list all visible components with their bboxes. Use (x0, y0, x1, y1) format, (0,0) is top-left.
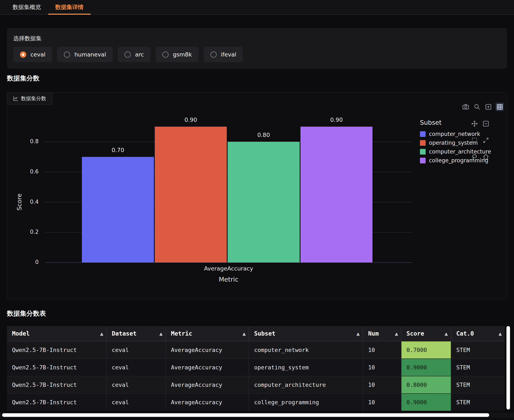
sort-asc-icon[interactable]: ▲ (357, 331, 360, 336)
column-header-label: Subset (254, 330, 275, 337)
column-header-Dataset[interactable]: Dataset▲ (106, 326, 166, 341)
cell-Metric: AverageAccuracy (166, 341, 249, 359)
cell-Cat.0: STEM (451, 394, 505, 411)
cell-Num: 10 (363, 376, 401, 394)
radio-label: humaneval (74, 51, 106, 58)
column-header-Subset[interactable]: Subset▲ (249, 326, 363, 341)
pan-icon[interactable] (470, 120, 479, 128)
bar-computer_architecture[interactable] (228, 142, 300, 262)
radio-gsm8k[interactable]: gsm8k (156, 47, 198, 62)
chart-panel: 数据集分数 Score AverageAccuracy Metric Subse… (7, 92, 507, 299)
chart-toolbar-top (462, 103, 504, 111)
cell-Subset: computer_network (249, 341, 363, 359)
bar-value-label: 0.90 (154, 117, 227, 123)
sort-asc-icon[interactable]: ▲ (159, 331, 163, 336)
cell-Subset: college_programming (249, 394, 363, 411)
tab-数据集详情[interactable]: 数据集详情 (48, 0, 91, 14)
sort-asc-icon[interactable]: ▲ (499, 331, 502, 336)
table-row: Qwen2.5-7B-InstructcevalAverageAccuracyc… (7, 376, 505, 394)
legend-swatch (420, 158, 426, 163)
cell-Subset: operating_system (249, 359, 363, 376)
x-tick-label: AverageAccuracy (45, 265, 412, 272)
cell-Subset: computer_architecture (249, 376, 363, 394)
bar-value-label: 0.90 (300, 117, 373, 123)
bar-value-label: 0.80 (227, 132, 300, 138)
column-header-label: Cat.0 (456, 330, 474, 337)
vertical-scrollbar[interactable] (507, 326, 510, 410)
horizontal-scrollbar[interactable] (2, 413, 489, 417)
table-row: Qwen2.5-7B-InstructcevalAverageAccuracyc… (7, 394, 505, 411)
table-grid-icon[interactable] (496, 103, 504, 111)
cell-Score: 0.7000 (401, 341, 451, 359)
y-tick-label: 0.6 (15, 168, 39, 175)
cell-Num: 10 (363, 341, 401, 359)
bar-value-label: 0.70 (82, 147, 154, 153)
radio-ifeval[interactable]: ifeval (204, 47, 243, 62)
dataset-filter-panel: 选择数据集 cevalhumanevalarcgsm8kifeval (7, 28, 507, 69)
zoom-icon[interactable] (473, 103, 481, 111)
score-value: 0.8000 (402, 376, 451, 393)
sort-asc-icon[interactable]: ▲ (395, 331, 398, 336)
chart-toolbar-side-3 (470, 153, 490, 161)
column-header-label: Metric (171, 330, 192, 337)
cell-Dataset: ceval (106, 359, 166, 376)
radio-arc[interactable]: arc (118, 47, 150, 62)
radio-circle-icon (64, 52, 70, 58)
box-select-icon[interactable] (470, 136, 479, 144)
y-tick-label: 0.4 (15, 199, 39, 205)
cell-Score: 0.8000 (401, 376, 451, 394)
table-row: Qwen2.5-7B-InstructcevalAverageAccuracyc… (7, 341, 505, 359)
page: 数据集概览数据集详情 选择数据集 cevalhumanevalarcgsm8ki… (0, 0, 514, 420)
sort-asc-icon[interactable]: ▲ (243, 331, 246, 336)
home-icon[interactable] (482, 153, 490, 161)
cell-Num: 10 (363, 394, 401, 411)
bar-operating_system[interactable] (155, 127, 227, 262)
column-header-Model[interactable]: Model▲ (7, 326, 106, 341)
column-header-inner: Num▲ (368, 330, 398, 337)
sort-asc-icon[interactable]: ▲ (100, 331, 103, 336)
cell-Dataset: ceval (106, 376, 166, 394)
y-tick-label: 0.2 (15, 229, 39, 235)
column-header-Metric[interactable]: Metric▲ (166, 326, 249, 341)
column-header-inner: Cat.0▲ (456, 330, 502, 337)
cell-Metric: AverageAccuracy (166, 359, 249, 376)
chart-toolbar-side-1 (470, 120, 490, 128)
bar-computer_network[interactable] (82, 157, 154, 262)
y-tick-label: 0.8 (15, 138, 39, 144)
bar-college_programming[interactable] (300, 127, 372, 262)
column-header-label: Num (368, 330, 379, 337)
column-header-inner: Model▲ (12, 330, 103, 337)
tab-bar: 数据集概览数据集详情 (0, 0, 514, 15)
column-header-label: Score (407, 330, 424, 337)
radio-humaneval[interactable]: humaneval (57, 47, 113, 62)
tab-数据集概览[interactable]: 数据集概览 (6, 0, 48, 14)
lasso-icon[interactable] (470, 153, 479, 161)
column-header-label: Model (12, 330, 30, 337)
table-body: Qwen2.5-7B-InstructcevalAverageAccuracyc… (7, 341, 505, 411)
column-header-Cat.0[interactable]: Cat.0▲ (451, 326, 505, 341)
cell-Cat.0: STEM (451, 376, 505, 394)
y-tick-label: 0 (15, 259, 39, 265)
sort-asc-icon[interactable]: ▲ (445, 331, 448, 336)
column-header-Score[interactable]: Score▲ (401, 326, 451, 341)
radio-ceval[interactable]: ceval (13, 47, 52, 62)
cell-Metric: AverageAccuracy (166, 394, 249, 411)
column-header-Num[interactable]: Num▲ (363, 326, 401, 341)
column-header-inner: Metric▲ (171, 330, 246, 337)
x-axis-title: Metric (45, 276, 412, 283)
radio-label: ifeval (221, 51, 236, 58)
legend-swatch (420, 140, 426, 146)
radio-circle-icon (125, 52, 131, 58)
radio-circle-icon (210, 52, 217, 58)
expand-icon[interactable] (482, 136, 490, 144)
zoom-in-icon[interactable] (484, 103, 492, 111)
score-value: 0.9000 (402, 359, 451, 376)
table-row: Qwen2.5-7B-InstructcevalAverageAccuracyo… (7, 359, 505, 376)
camera-icon[interactable] (462, 103, 470, 111)
plot-area: Score AverageAccuracy Metric Subset comp… (7, 93, 507, 299)
radio-label: ceval (30, 51, 45, 58)
radio-label: gsm8k (173, 51, 192, 58)
radio-label: arc (135, 51, 144, 58)
zoom-out-icon[interactable] (482, 120, 490, 128)
scores-table: Model▲Dataset▲Metric▲Subset▲Num▲Score▲Ca… (7, 326, 505, 411)
